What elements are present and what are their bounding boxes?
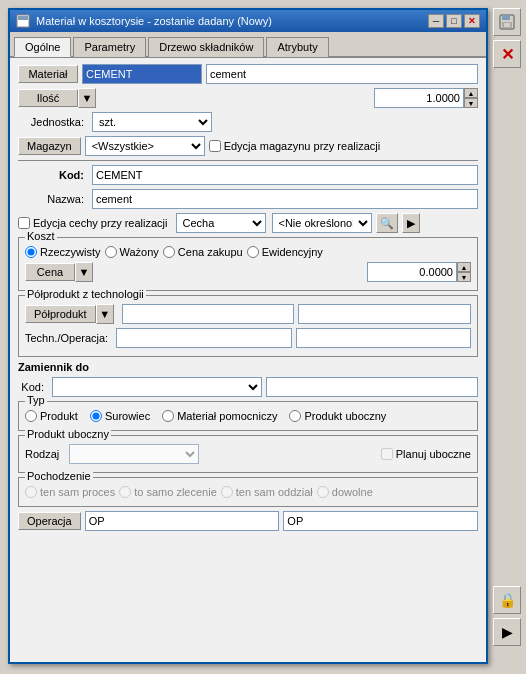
material-input[interactable]: [82, 64, 202, 84]
zamiennik-section: Zamiennik do Kod:: [18, 361, 478, 397]
koszt-wazony-radio[interactable]: [105, 246, 117, 258]
polprodukt-row: Półprodukt ▼: [25, 304, 471, 324]
polprodukt-dropdown-btn[interactable]: ▼: [96, 304, 114, 324]
material-button[interactable]: Materiał: [18, 65, 78, 83]
tab-parametry[interactable]: Parametry: [73, 37, 146, 57]
tab-ogolne[interactable]: Ogólne: [14, 37, 71, 57]
cecha-extra-btn[interactable]: ▶: [402, 213, 420, 233]
edycja-checkbox[interactable]: [18, 217, 30, 229]
material-name-input[interactable]: [206, 64, 478, 84]
pochodzenie-ten-sam-oddzial-radio[interactable]: [221, 486, 233, 498]
polprodukt-input2[interactable]: [298, 304, 471, 324]
title-text: Materiał w kosztorysie - zostanie dadany…: [36, 15, 272, 27]
material-row: Materiał: [18, 64, 478, 84]
magazyn-checkbox[interactable]: [209, 140, 221, 152]
typ-title: Typ: [25, 394, 47, 406]
zamiennik-kod-label: Kod:: [18, 381, 48, 393]
pochodzenie-to-samo-zlecenie-text: to samo zlecenie: [134, 486, 217, 498]
save-button[interactable]: [493, 8, 521, 36]
cena-button[interactable]: Cena: [25, 263, 75, 281]
operacja-input1[interactable]: [85, 511, 280, 531]
main-window: Materiał w kosztorysie - zostanie dadany…: [8, 8, 488, 664]
close-button[interactable]: ✕: [464, 14, 480, 28]
polprodukt-button[interactable]: Półprodukt: [25, 305, 96, 323]
typ-produkt-radio[interactable]: [25, 410, 37, 422]
operacja-button[interactable]: Operacja: [18, 512, 81, 530]
lock-icon[interactable]: 🔒: [493, 586, 521, 614]
pochodzenie-dowolne-text: dowolne: [332, 486, 373, 498]
polprodukt-input1[interactable]: [122, 304, 295, 324]
koszt-cena-zakupu-text: Cena zakupu: [178, 246, 243, 258]
form-content: Materiał Ilość ▼ ▲ ▼ Jednostk: [10, 58, 486, 541]
ilosc-spinner-input[interactable]: [374, 88, 464, 108]
pochodzenie-ten-sam-oddzial-label: ten sam oddział: [221, 486, 313, 498]
polprodukt-title: Półprodukt z technologii: [25, 288, 146, 300]
typ-produkt-text: Produkt: [40, 410, 78, 422]
cecha-search-button[interactable]: 🔍: [376, 213, 398, 233]
cena-spinner-up[interactable]: ▲: [457, 262, 471, 272]
magazyn-select[interactable]: <Wszystkie>: [85, 136, 205, 156]
koszt-cena-zakupu-radio[interactable]: [163, 246, 175, 258]
pochodzenie-ten-sam-proces-label: ten sam proces: [25, 486, 115, 498]
typ-uboczny-text: Produkt uboczny: [304, 410, 386, 422]
rodzaj-label: Rodzaj: [25, 448, 65, 460]
tab-atrybuty[interactable]: Atrybuty: [266, 37, 328, 57]
techn-input2[interactable]: [296, 328, 471, 348]
nazwa-input[interactable]: [92, 189, 478, 209]
rodzaj-select[interactable]: [69, 444, 199, 464]
cena-spinner-down[interactable]: ▼: [457, 272, 471, 282]
operacja-input2[interactable]: [283, 511, 478, 531]
typ-radio-row: Produkt Surowiec Materiał pomocniczy Pro…: [25, 410, 471, 422]
zamiennik-label: Zamiennik do: [18, 361, 89, 373]
koszt-rzeczywisty-radio[interactable]: [25, 246, 37, 258]
typ-surowiec-label: Surowiec: [90, 410, 150, 422]
pochodzenie-dowolne-label: dowolne: [317, 486, 373, 498]
ilosc-button[interactable]: Ilość: [18, 89, 78, 107]
cancel-button[interactable]: ✕: [493, 40, 521, 68]
ilosc-spinner-up[interactable]: ▲: [464, 88, 478, 98]
maximize-button[interactable]: □: [446, 14, 462, 28]
svg-rect-3: [504, 23, 510, 27]
jednostka-row: Jednostka: szt.: [18, 112, 478, 132]
typ-material-radio[interactable]: [162, 410, 174, 422]
window-icon: [16, 14, 30, 28]
kod-input[interactable]: [92, 165, 478, 185]
kod-row: Kod:: [18, 165, 478, 185]
edycja-checkbox-text: Edycja cechy przy realizacji: [33, 217, 168, 229]
planuj-uboczne-text: Planuj uboczne: [396, 448, 471, 460]
typ-group: Typ Produkt Surowiec Materiał pomocniczy…: [18, 401, 478, 431]
typ-surowiec-text: Surowiec: [105, 410, 150, 422]
pochodzenie-to-samo-zlecenie-radio[interactable]: [119, 486, 131, 498]
cecha-value-select[interactable]: <Nie określono>: [272, 213, 372, 233]
zamiennik-kod-select[interactable]: [52, 377, 262, 397]
edycja-checkbox-label: Edycja cechy przy realizacji: [18, 217, 168, 229]
pochodzenie-ten-sam-proces-text: ten sam proces: [40, 486, 115, 498]
pochodzenie-dowolne-radio[interactable]: [317, 486, 329, 498]
planuj-uboczne-checkbox[interactable]: [381, 448, 393, 460]
magazyn-button[interactable]: Magazyn: [18, 137, 81, 155]
ilosc-dropdown-btn[interactable]: ▼: [78, 88, 96, 108]
typ-uboczny-radio[interactable]: [289, 410, 301, 422]
techn-input1[interactable]: [116, 328, 291, 348]
koszt-title: Koszt: [25, 230, 57, 242]
operacja-row: Operacja: [18, 511, 478, 531]
pochodzenie-radio-row: ten sam proces to samo zlecenie ten sam …: [25, 486, 471, 498]
zamiennik-kod-row: Kod:: [18, 377, 478, 397]
koszt-rzeczywisty-label: Rzeczywisty: [25, 246, 101, 258]
tab-drzewo[interactable]: Drzewo składników: [148, 37, 264, 57]
cena-dropdown-btn[interactable]: ▼: [75, 262, 93, 282]
minimize-button[interactable]: ─: [428, 14, 444, 28]
ilosc-spinner-down[interactable]: ▼: [464, 98, 478, 108]
zamiennik-kod-input[interactable]: [266, 377, 478, 397]
cecha-select[interactable]: Cecha: [176, 213, 266, 233]
pochodzenie-ten-sam-proces-radio[interactable]: [25, 486, 37, 498]
koszt-wazony-label: Ważony: [105, 246, 159, 258]
typ-surowiec-radio[interactable]: [90, 410, 102, 422]
koszt-ewidencyjny-radio[interactable]: [247, 246, 259, 258]
arrow-button[interactable]: ▶: [493, 618, 521, 646]
edycja-row: Edycja cechy przy realizacji Cecha <Nie …: [18, 213, 478, 233]
cena-spinner-input[interactable]: [367, 262, 457, 282]
techn-row: Techn./Operacja:: [25, 328, 471, 348]
jednostka-select[interactable]: szt.: [92, 112, 212, 132]
koszt-group: Koszt Rzeczywisty Ważony Cena zakupu Ewi…: [18, 237, 478, 291]
